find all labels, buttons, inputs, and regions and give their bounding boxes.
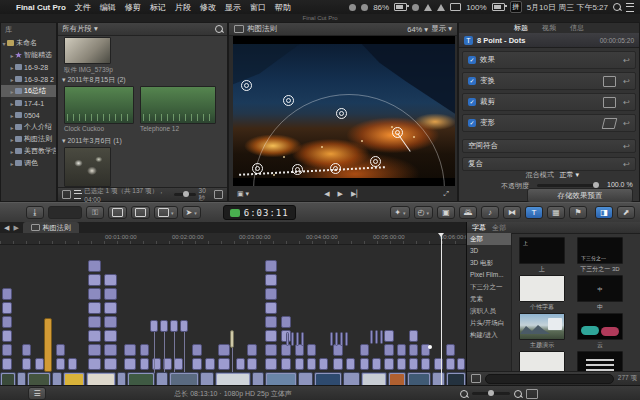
inspector-section-效果[interactable]: ✓效果↩	[462, 51, 636, 69]
tracking-point-overlay[interactable]	[241, 80, 252, 91]
inspector-tab-视频[interactable]: 视频	[542, 23, 556, 33]
connected-title-clip[interactable]	[446, 344, 455, 356]
connected-title-clip[interactable]	[104, 316, 117, 328]
fullscreen-button[interactable]: ⤢	[443, 190, 449, 198]
inspector-tab-信息[interactable]: 信息	[570, 23, 584, 33]
viewer-options-button[interactable]: ▣ ▾	[237, 190, 249, 198]
connected-title-clip[interactable]	[384, 330, 394, 342]
connected-title-clip[interactable]	[104, 344, 117, 356]
zoom-out-icon[interactable]	[460, 390, 468, 398]
storyline-clip[interactable]	[127, 372, 155, 385]
connected-title-clip[interactable]	[56, 358, 65, 370]
menu-item[interactable]: 修剪	[125, 2, 141, 13]
retime-button[interactable]: ◴▾	[414, 206, 434, 219]
connected-title-clip[interactable]	[150, 320, 158, 332]
connected-title-clip[interactable]	[265, 316, 277, 328]
connected-title-clip[interactable]	[340, 332, 343, 346]
connected-title-clip[interactable]	[291, 332, 294, 346]
browser-appearance-icon[interactable]	[214, 190, 223, 199]
connected-title-clip[interactable]	[140, 344, 149, 356]
connected-title-clip[interactable]	[2, 358, 12, 370]
timeline-back-button[interactable]: ◀	[4, 224, 9, 232]
timeline[interactable]: ◀ ▶ 构图法则 00:01:00:0000:02:00:0000:03:00:…	[0, 222, 467, 385]
connected-title-clip[interactable]	[346, 358, 355, 370]
storyline-clip[interactable]	[117, 372, 126, 385]
share-button[interactable]: ⬈	[617, 206, 635, 219]
reset-button[interactable]: ↩	[623, 160, 630, 169]
connected-title-clip[interactable]	[2, 302, 12, 314]
connected-title-clip[interactable]	[372, 358, 381, 370]
spotlight-icon[interactable]	[613, 3, 621, 11]
browser-search-icon[interactable]	[215, 25, 223, 33]
connected-title-clip[interactable]	[124, 358, 136, 370]
storyline-clip[interactable]	[17, 372, 26, 385]
connected-title-clip[interactable]	[335, 332, 338, 346]
storyline-clip[interactable]	[200, 372, 214, 385]
titles-category-构建/进入[interactable]: 构建/进入	[467, 329, 511, 341]
connected-title-clip[interactable]	[330, 332, 333, 346]
connected-title-clip[interactable]	[360, 344, 369, 356]
title-item[interactable]	[577, 351, 623, 371]
notification-center-icon[interactable]	[626, 3, 634, 12]
storyline-clip[interactable]	[156, 372, 168, 385]
connected-title-clip[interactable]	[265, 260, 277, 272]
connected-title-clip[interactable]	[397, 358, 406, 370]
menu-item[interactable]: 文件	[75, 2, 91, 13]
titles-browser-button[interactable]: T	[525, 206, 543, 219]
inspector-section-空间符合[interactable]: 空间符合↩	[462, 139, 636, 153]
connected-title-clip[interactable]	[230, 330, 234, 348]
connected-title-clip[interactable]	[281, 358, 291, 370]
connected-title-clip[interactable]	[307, 358, 316, 370]
connected-title-clip[interactable]	[319, 358, 328, 370]
titles-category-片头/开场白[interactable]: 片头/开场白	[467, 317, 511, 329]
title-item[interactable]: 中中	[577, 275, 623, 312]
connected-clip-orange[interactable]	[44, 318, 52, 372]
date-group-header[interactable]: ▾ 2011年3月6日 (1)	[62, 136, 122, 146]
distort-icon[interactable]	[602, 118, 618, 129]
connected-title-clip[interactable]	[218, 358, 230, 370]
menu-clock[interactable]: 5月10日 周三 下午5:27	[527, 2, 608, 13]
menu-item[interactable]: 编辑	[100, 2, 116, 13]
connected-title-clip[interactable]	[375, 330, 378, 344]
connected-title-clip[interactable]	[104, 302, 117, 314]
bluetooth-icon[interactable]	[424, 4, 432, 11]
titles-category-元素[interactable]: 元素	[467, 293, 511, 305]
connected-title-clip[interactable]	[88, 302, 101, 314]
connected-title-clip[interactable]	[35, 358, 44, 370]
section-checkbox[interactable]: ✓	[468, 119, 476, 127]
storyline-clip[interactable]	[63, 372, 85, 385]
connected-title-clip[interactable]	[88, 344, 101, 356]
sidebar-item-调色[interactable]: ▸调色	[1, 157, 56, 169]
music-browser-button[interactable]: ♪	[481, 206, 499, 219]
storyline-clip[interactable]	[314, 372, 342, 385]
connected-title-clip[interactable]	[88, 274, 101, 286]
title-item[interactable]: 云	[577, 313, 623, 350]
clip-appearance-button[interactable]	[526, 389, 538, 399]
sidebar-item-构图法则[interactable]: ▸构图法则	[1, 133, 56, 145]
connected-title-clip[interactable]	[2, 316, 12, 328]
menu-item[interactable]: 显示	[225, 2, 241, 13]
connected-title-clip[interactable]	[88, 316, 101, 328]
tracking-point-overlay[interactable]	[370, 156, 381, 167]
inspector-section-变形[interactable]: ✓变形↩	[462, 114, 636, 132]
connected-title-clip[interactable]	[192, 344, 202, 356]
connected-title-clip[interactable]	[265, 330, 277, 342]
connected-title-clip[interactable]	[265, 344, 277, 356]
connected-title-clip[interactable]	[236, 358, 245, 370]
connected-title-clip[interactable]	[265, 274, 277, 286]
opacity-slider[interactable]	[537, 184, 599, 187]
title-item[interactable]: 上上	[519, 237, 565, 274]
connected-title-clip[interactable]	[174, 358, 183, 370]
connected-title-clip[interactable]	[140, 358, 149, 370]
menu-item[interactable]: 片段	[175, 2, 191, 13]
inspector-section-裁剪[interactable]: ✓裁剪↩	[462, 93, 636, 111]
connected-title-clip[interactable]	[409, 358, 418, 370]
connected-title-clip[interactable]	[397, 344, 406, 356]
connected-title-clip[interactable]	[265, 302, 277, 314]
storyline-clip[interactable]	[432, 372, 445, 385]
sidebar-item-个人介绍[interactable]: ▸个人介绍	[1, 121, 56, 133]
inspector-section-复合[interactable]: 复合↩	[462, 157, 636, 171]
connected-title-clip[interactable]	[88, 358, 101, 370]
timeline-zoom-slider[interactable]	[472, 392, 510, 395]
storyline-clip[interactable]	[52, 372, 62, 385]
